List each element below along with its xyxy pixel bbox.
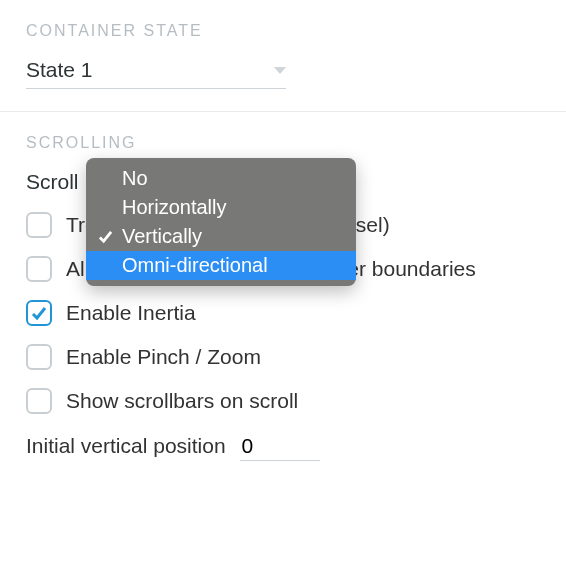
initial-vertical-row: Initial vertical position: [26, 432, 540, 461]
dropdown-item-label: Omni-directional: [122, 254, 268, 277]
dropdown-item-label: No: [122, 167, 148, 190]
checkbox-row-scrollbars: Show scrollbars on scroll: [26, 388, 540, 414]
dropdown-item-no[interactable]: No: [86, 164, 356, 193]
section-divider: [0, 111, 566, 112]
dropdown-item-omni[interactable]: Omni-directional: [86, 251, 356, 280]
check-icon: [96, 170, 114, 188]
initial-vertical-input[interactable]: [240, 432, 320, 461]
checkbox-label: Show scrollbars on scroll: [66, 389, 298, 413]
checkbox-carousel[interactable]: [26, 212, 52, 238]
scrolling-heading: SCROLLING: [26, 134, 540, 152]
initial-vertical-label: Initial vertical position: [26, 434, 226, 458]
checkbox-label: Enable Inertia: [66, 301, 196, 325]
checkbox-scrollbars[interactable]: [26, 388, 52, 414]
dropdown-item-horizontally[interactable]: Horizontally: [86, 193, 356, 222]
caret-down-icon: [274, 67, 286, 74]
dropdown-item-vertically[interactable]: Vertically: [86, 222, 356, 251]
checkbox-inertia[interactable]: [26, 300, 52, 326]
checkbox-row-inertia: Enable Inertia: [26, 300, 540, 326]
checkbox-beyond[interactable]: [26, 256, 52, 282]
state-select-value: State 1: [26, 58, 93, 82]
check-icon: [96, 228, 114, 246]
check-icon: [31, 305, 47, 321]
state-select[interactable]: State 1: [26, 58, 286, 89]
container-state-heading: CONTAINER STATE: [26, 22, 540, 40]
dropdown-item-label: Vertically: [122, 225, 202, 248]
checkbox-row-pinch: Enable Pinch / Zoom: [26, 344, 540, 370]
dropdown-item-label: Horizontally: [122, 196, 226, 219]
checkbox-pinch[interactable]: [26, 344, 52, 370]
check-icon: [96, 199, 114, 217]
scroll-dropdown[interactable]: No Horizontally Vertically Omni-directio…: [86, 158, 356, 286]
check-icon: [96, 257, 114, 275]
checkbox-label: Enable Pinch / Zoom: [66, 345, 261, 369]
